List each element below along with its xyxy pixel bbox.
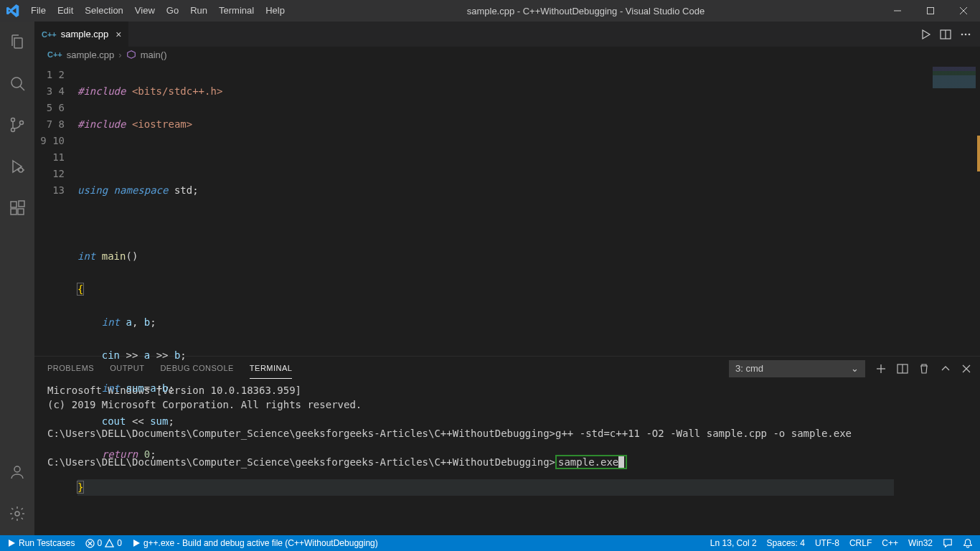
activity-bar [0,22,34,535]
menu-help[interactable]: Help [260,0,291,22]
new-terminal-icon[interactable] [875,363,887,375]
close-tab-icon[interactable]: × [116,29,121,40]
svg-point-4 [11,77,22,88]
explorer-icon[interactable] [0,27,34,56]
settings-gear-icon[interactable] [0,499,34,528]
svg-point-18 [15,512,19,516]
svg-point-8 [20,121,24,125]
indentation-status[interactable]: Spaces: 4 [767,538,805,548]
svg-point-7 [11,128,15,132]
line-numbers: 1 2 3 4 5 6 7 8 9 10 11 12 13 [34,62,77,356]
encoding-status[interactable]: UTF-8 [815,538,839,548]
more-actions-icon[interactable] [960,29,971,40]
breadcrumb-symbol[interactable]: main() [141,50,167,60]
extensions-icon[interactable] [0,194,34,222]
notifications-icon[interactable] [963,538,973,548]
split-terminal-icon[interactable] [897,363,908,375]
svg-rect-1 [928,8,934,14]
window-title: sample.cpp - C++WithoutDebugging - Visua… [291,6,881,17]
svg-rect-13 [11,202,17,207]
code-editor[interactable]: 1 2 3 4 5 6 7 8 9 10 11 12 13 #include <… [34,62,980,356]
svg-point-17 [14,466,20,472]
svg-line-5 [20,86,24,90]
menu-run[interactable]: Run [184,0,213,22]
symbol-method-icon [126,50,136,60]
breadcrumb-file[interactable]: sample.cpp [67,50,114,60]
svg-point-23 [969,33,971,35]
cpp-file-icon: C++ [47,50,62,59]
svg-rect-14 [11,209,17,215]
maximize-button[interactable] [914,0,947,22]
feedback-icon[interactable] [943,538,953,548]
title-bar: File Edit Selection View Go Run Terminal… [0,0,980,22]
menu-file[interactable]: File [25,0,52,22]
menu-view[interactable]: View [129,0,161,22]
svg-point-9 [19,168,23,172]
accounts-icon[interactable] [0,458,34,486]
breadcrumb[interactable]: C++ sample.cpp › main() [34,47,980,62]
run-icon[interactable] [920,29,931,40]
split-editor-icon[interactable] [940,29,951,40]
search-icon[interactable] [0,69,34,98]
tab-label: sample.cpp [61,29,108,39]
menu-terminal[interactable]: Terminal [213,0,260,22]
source-control-icon[interactable] [0,110,34,139]
svg-rect-15 [18,209,24,215]
chevron-right-icon: › [118,50,121,60]
cpp-file-icon: C++ [42,30,57,39]
language-mode[interactable]: C++ [882,538,898,548]
svg-rect-16 [19,201,24,207]
status-bar: Run Testcases 0 0 g++.exe - Build and de… [0,535,980,551]
close-panel-icon[interactable] [961,364,971,374]
svg-point-21 [961,33,963,35]
eol-status[interactable]: CRLF [849,538,872,548]
build-task-status[interactable]: g++.exe - Build and debug active file (C… [132,538,378,548]
tab-sample-cpp[interactable]: C++ sample.cpp × [34,22,129,47]
menu-edit[interactable]: Edit [52,0,79,22]
run-debug-icon[interactable] [0,152,34,181]
minimap[interactable] [894,62,980,356]
overview-ruler [977,136,980,171]
svg-point-22 [965,33,967,35]
close-button[interactable] [947,0,980,22]
code-content[interactable]: #include <bits/stdc++.h> #include <iostr… [77,62,894,356]
cursor-position[interactable]: Ln 13, Col 2 [710,538,757,548]
platform-status[interactable]: Win32 [908,538,933,548]
kill-terminal-icon[interactable] [918,363,930,375]
window-controls [881,0,980,22]
vscode-logo-icon [0,4,25,17]
run-testcases-button[interactable]: Run Testcases [7,538,75,548]
problems-status[interactable]: 0 0 [85,538,122,548]
menu-bar: File Edit Selection View Go Run Terminal… [25,0,291,22]
maximize-panel-icon[interactable] [940,363,951,375]
svg-point-6 [11,118,15,122]
minimize-button[interactable] [881,0,914,22]
editor-tabs: C++ sample.cpp × [34,22,980,47]
menu-go[interactable]: Go [161,0,184,22]
menu-selection[interactable]: Selection [79,0,128,22]
